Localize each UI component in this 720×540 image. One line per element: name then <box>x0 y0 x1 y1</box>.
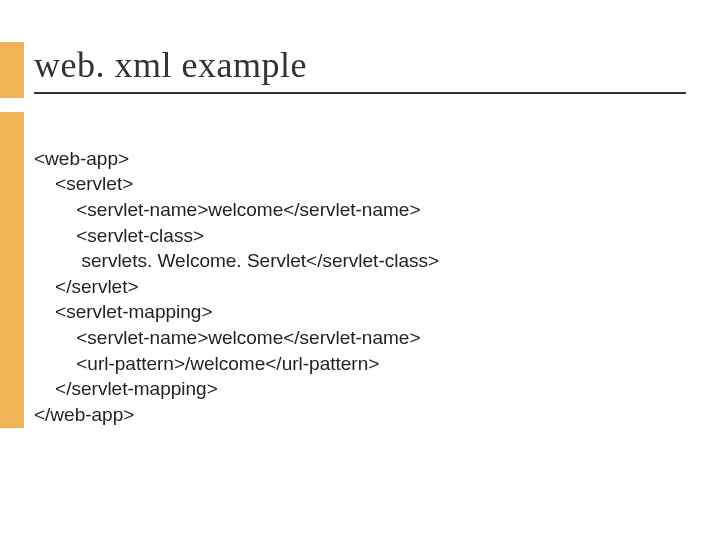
code-line: <servlet> <box>34 173 133 194</box>
accent-bar-bottom <box>0 112 24 428</box>
code-line: <url-pattern>/welcome</url-pattern> <box>34 353 379 374</box>
code-line: <web-app> <box>34 148 129 169</box>
code-line: </web-app> <box>34 404 134 425</box>
code-block: <web-app> <servlet> <servlet-name>welcom… <box>34 120 439 428</box>
code-line: <servlet-name>welcome</servlet-name> <box>34 199 421 220</box>
code-line: <servlet-class> <box>34 225 204 246</box>
accent-bar-top <box>0 42 24 98</box>
code-line: <servlet-mapping> <box>34 301 212 322</box>
code-line: servlets. Welcome. Servlet</servlet-clas… <box>34 250 439 271</box>
code-line: </servlet> <box>34 276 139 297</box>
title-container: web. xml example <box>34 44 686 94</box>
code-line: </servlet-mapping> <box>34 378 218 399</box>
page-title: web. xml example <box>34 44 686 94</box>
code-line: <servlet-name>welcome</servlet-name> <box>34 327 421 348</box>
